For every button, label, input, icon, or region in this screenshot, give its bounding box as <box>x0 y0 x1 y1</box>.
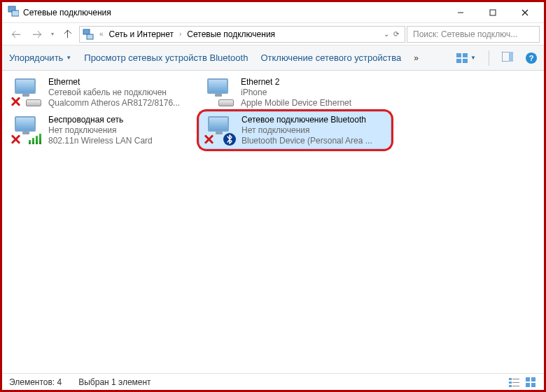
icons-view-button[interactable] <box>526 377 537 387</box>
connections-area: Ethernet Сетевой кабель не подключен Qua… <box>2 71 544 373</box>
divider <box>489 50 489 66</box>
svg-rect-16 <box>509 382 512 384</box>
preview-pane-icon <box>502 52 513 62</box>
forward-button[interactable]: 🡢 <box>27 24 47 44</box>
svg-rect-11 <box>463 59 468 63</box>
svg-rect-15 <box>512 379 519 379</box>
chevron-right-icon: › <box>179 30 181 38</box>
preview-pane-button[interactable] <box>502 52 513 64</box>
svg-rect-6 <box>83 29 90 34</box>
item-count: Элементов: 4 <box>9 377 62 387</box>
title-bar: Сетевые подключения <box>2 2 544 23</box>
chevron-down-icon: ▼ <box>470 55 476 61</box>
bluetooth-icon <box>204 116 236 144</box>
svg-rect-23 <box>531 383 536 387</box>
item-device: 802.11n Wireless LAN Card <box>48 136 153 146</box>
item-status: Сетевой кабель не подключен <box>48 88 180 98</box>
svg-rect-22 <box>526 383 530 387</box>
selection-info: Выбран 1 элемент <box>78 377 150 387</box>
refresh-icon[interactable]: ⟳ <box>393 30 399 38</box>
ethernet-icon <box>203 78 235 106</box>
svg-rect-19 <box>512 386 519 386</box>
svg-rect-8 <box>456 53 461 57</box>
item-device: Bluetooth Device (Personal Area ... <box>241 136 372 146</box>
history-dropdown[interactable]: ▾ <box>51 31 54 37</box>
svg-rect-9 <box>463 53 468 57</box>
connection-item-bluetooth[interactable]: Сетевое подключение Bluetooth Нет подклю… <box>199 111 391 149</box>
item-name: Ethernet 2 <box>241 77 351 88</box>
item-device: Qualcomm Atheros AR8172/8176... <box>48 98 180 108</box>
network-icon <box>83 29 94 40</box>
minimize-button[interactable] <box>444 3 477 22</box>
connection-item-ethernet2[interactable]: Ethernet 2 iPhone Apple Mobile Device Et… <box>199 74 391 111</box>
search-placeholder: Поиск: Сетевые подключ... <box>413 29 517 39</box>
help-button[interactable]: ? <box>526 52 537 64</box>
svg-rect-17 <box>512 382 519 383</box>
breadcrumb-sep-icon: « <box>99 30 104 38</box>
svg-rect-7 <box>87 34 93 39</box>
back-button[interactable]: 🡠 <box>6 24 26 44</box>
view-options-button[interactable]: ▼ <box>456 52 476 64</box>
ethernet-icon <box>10 78 43 106</box>
organize-button[interactable]: Упорядочить ▼ <box>9 52 71 63</box>
view-icon <box>456 52 468 64</box>
status-bar: Элементов: 4 Выбран 1 элемент <box>2 373 544 390</box>
item-status: Нет подключения <box>241 125 372 136</box>
item-device: Apple Mobile Device Ethernet <box>241 98 351 108</box>
maximize-button[interactable] <box>477 3 509 22</box>
window-title: Сетевые подключения <box>23 8 444 18</box>
svg-rect-21 <box>531 377 536 382</box>
command-bar: Упорядочить ▼ Просмотр сетевых устройств… <box>2 46 544 71</box>
svg-rect-1 <box>12 10 19 16</box>
breadcrumb-seg-1[interactable]: Сеть и Интернет <box>109 29 174 39</box>
address-bar[interactable]: « Сеть и Интернет › Сетевые подключения … <box>79 26 405 43</box>
chevron-down-icon: ▼ <box>66 55 71 61</box>
connection-item-ethernet[interactable]: Ethernet Сетевой кабель не подключен Qua… <box>6 74 199 111</box>
svg-rect-13 <box>509 52 513 62</box>
search-input[interactable]: Поиск: Сетевые подключ... <box>407 26 540 43</box>
overflow-button[interactable]: » <box>414 53 417 63</box>
svg-rect-3 <box>490 10 496 15</box>
svg-rect-10 <box>456 59 461 63</box>
item-status: Нет подключения <box>48 125 153 136</box>
close-button[interactable] <box>509 3 541 22</box>
svg-rect-20 <box>526 377 530 382</box>
organize-label: Упорядочить <box>9 52 63 63</box>
svg-rect-18 <box>509 385 512 387</box>
item-name: Беспроводная сеть <box>48 115 153 125</box>
breadcrumb-seg-2[interactable]: Сетевые подключения <box>187 29 275 39</box>
bluetooth-badge-icon <box>223 133 236 146</box>
item-name: Ethernet <box>48 77 180 88</box>
view-bluetooth-devices-button[interactable]: Просмотр сетевых устройств Bluetooth <box>84 52 248 63</box>
app-icon <box>8 6 19 20</box>
item-name: Сетевое подключение Bluetooth <box>241 115 372 125</box>
svg-rect-14 <box>509 378 512 380</box>
item-status: iPhone <box>241 88 351 98</box>
details-view-button[interactable] <box>509 377 520 387</box>
up-button[interactable]: 🡡 <box>58 24 78 44</box>
wifi-icon <box>10 116 43 144</box>
nav-bar: 🡠 🡢 ▾ 🡡 « Сеть и Интернет › Сетевые подк… <box>2 23 544 46</box>
disable-device-button[interactable]: Отключение сетевого устройства <box>260 52 401 63</box>
connection-item-wifi[interactable]: Беспроводная сеть Нет подключения 802.11… <box>6 111 199 149</box>
address-dropdown-icon[interactable]: ⌄ <box>384 30 389 38</box>
